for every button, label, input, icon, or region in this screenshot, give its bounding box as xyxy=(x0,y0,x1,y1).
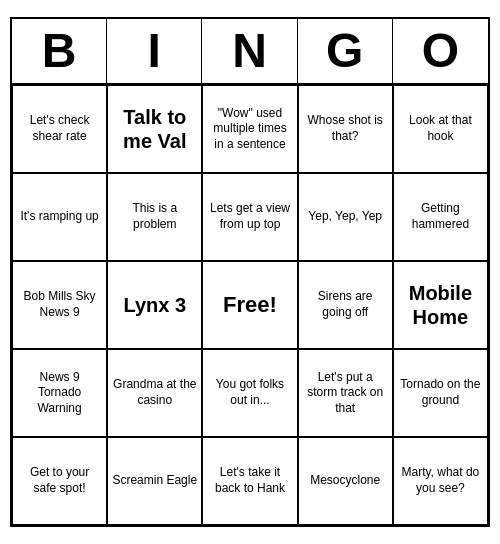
bingo-cell-16[interactable]: Grandma at the casino xyxy=(107,349,202,437)
bingo-cell-1[interactable]: Talk to me Val xyxy=(107,85,202,173)
bingo-cell-5[interactable]: It's ramping up xyxy=(12,173,107,261)
bingo-cell-12[interactable]: Free! xyxy=(202,261,297,349)
bingo-header: BINGO xyxy=(12,19,488,85)
bingo-cell-23[interactable]: Mesocyclone xyxy=(298,437,393,525)
bingo-cell-20[interactable]: Get to your safe spot! xyxy=(12,437,107,525)
bingo-cell-9[interactable]: Getting hammered xyxy=(393,173,488,261)
bingo-cell-22[interactable]: Let's take it back to Hank xyxy=(202,437,297,525)
bingo-grid: Let's check shear rateTalk to me Val"Wow… xyxy=(12,85,488,525)
bingo-cell-14[interactable]: Mobile Home xyxy=(393,261,488,349)
bingo-cell-3[interactable]: Whose shot is that? xyxy=(298,85,393,173)
bingo-letter-n: N xyxy=(202,19,297,83)
bingo-cell-18[interactable]: Let's put a storm track on that xyxy=(298,349,393,437)
bingo-cell-19[interactable]: Tornado on the ground xyxy=(393,349,488,437)
bingo-card: BINGO Let's check shear rateTalk to me V… xyxy=(10,17,490,527)
bingo-cell-15[interactable]: News 9 Tornado Warning xyxy=(12,349,107,437)
bingo-cell-21[interactable]: Screamin Eagle xyxy=(107,437,202,525)
bingo-cell-7[interactable]: Lets get a view from up top xyxy=(202,173,297,261)
bingo-letter-g: G xyxy=(298,19,393,83)
bingo-cell-4[interactable]: Look at that hook xyxy=(393,85,488,173)
bingo-cell-2[interactable]: "Wow" used multiple times in a sentence xyxy=(202,85,297,173)
bingo-cell-11[interactable]: Lynx 3 xyxy=(107,261,202,349)
bingo-letter-i: I xyxy=(107,19,202,83)
bingo-letter-b: B xyxy=(12,19,107,83)
bingo-cell-13[interactable]: Sirens are going off xyxy=(298,261,393,349)
bingo-cell-17[interactable]: You got folks out in... xyxy=(202,349,297,437)
bingo-cell-10[interactable]: Bob Mills Sky News 9 xyxy=(12,261,107,349)
bingo-cell-24[interactable]: Marty, what do you see? xyxy=(393,437,488,525)
bingo-letter-o: O xyxy=(393,19,488,83)
bingo-cell-8[interactable]: Yep, Yep, Yep xyxy=(298,173,393,261)
bingo-cell-6[interactable]: This is a problem xyxy=(107,173,202,261)
bingo-cell-0[interactable]: Let's check shear rate xyxy=(12,85,107,173)
